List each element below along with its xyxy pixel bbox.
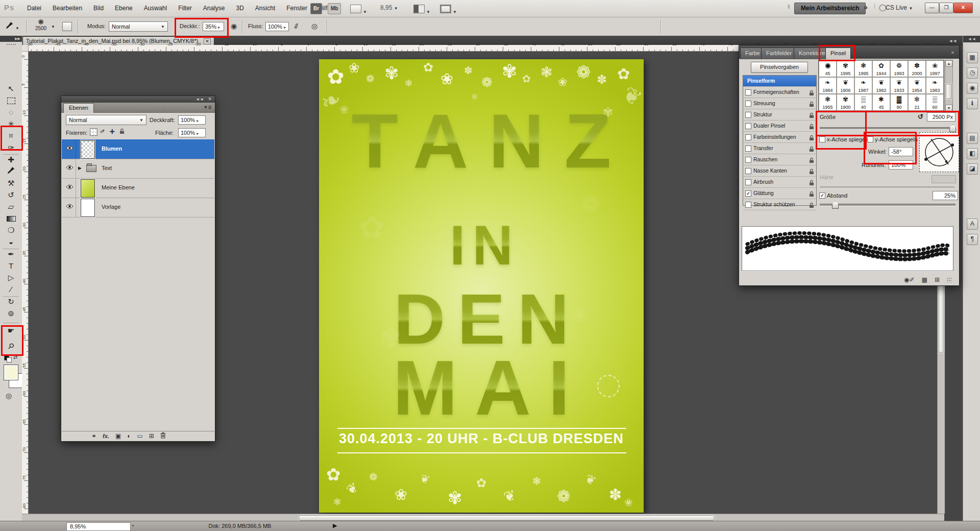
tab-pinsel[interactable]: Pinsel xyxy=(825,47,851,59)
blend-mode-dropdown[interactable]: Normal▼ xyxy=(66,115,146,125)
brush-tip-1900[interactable]: ✾1900 xyxy=(837,94,854,111)
menu-fenster[interactable]: Fenster xyxy=(281,0,313,17)
new-layer-icon[interactable]: ⊞ xyxy=(149,432,154,440)
airbrush-icon[interactable]: ✐ xyxy=(292,21,301,31)
brush-tip-1983[interactable]: ❧1983 xyxy=(926,77,944,94)
arrange-documents-icon[interactable]: ▼ xyxy=(413,5,430,14)
orbit-3d-tool[interactable]: ⊚ xyxy=(4,308,18,319)
minimize-button[interactable]: — xyxy=(925,3,939,13)
layer-thumbnail[interactable] xyxy=(81,140,95,159)
menu-filter[interactable]: Filter xyxy=(173,0,198,17)
brush-tip-90[interactable]: ▓90 xyxy=(890,94,908,111)
cs-live-button[interactable]: CS Live ▼ xyxy=(886,4,913,11)
abstand-checkbox[interactable]: ✓ xyxy=(819,192,825,199)
menu-datei[interactable]: Datei xyxy=(21,0,47,17)
eraser-tool[interactable]: ▱ xyxy=(4,201,18,212)
brush-tip-1933[interactable]: ❦1933 xyxy=(890,77,908,94)
eyedropper-tool[interactable]: ✑ xyxy=(4,142,18,153)
brush-section-dualer-pinsel[interactable]: Dualer Pinsel xyxy=(743,120,816,132)
masks-panel-icon[interactable]: ◪ xyxy=(967,163,978,175)
section-checkbox[interactable] xyxy=(745,146,751,152)
brush-section-airbrush[interactable]: Airbrush xyxy=(743,177,816,188)
type-tool[interactable]: T xyxy=(4,260,18,272)
add-layer-mask-icon[interactable]: ▣ xyxy=(115,432,121,440)
tab-farbfelder[interactable]: Farbfelder xyxy=(761,47,797,59)
section-checkbox[interactable] xyxy=(745,157,751,163)
quick-mask-icon[interactable]: ◎ xyxy=(6,392,12,400)
rotate-3d-tool[interactable]: ↻ xyxy=(4,296,18,307)
lock-position-icon[interactable]: ✛ xyxy=(110,128,115,135)
layer-visibility-icon[interactable] xyxy=(64,159,76,178)
deckkraft-input[interactable]: 100%▸ xyxy=(178,115,206,125)
abstand-input[interactable]: 25% xyxy=(933,191,958,200)
lock-paint-icon[interactable]: ✑ xyxy=(99,127,107,135)
pinselvorgaben-button[interactable]: Pinselvorgaben xyxy=(751,62,808,73)
blur-tool[interactable]: ❍ xyxy=(4,225,18,236)
lock-all-icon[interactable] xyxy=(119,128,125,135)
new-brush-icon[interactable]: ⊞ xyxy=(935,276,940,283)
marquee-tool[interactable] xyxy=(4,95,18,106)
brush-tip-1995[interactable]: ✾1995 xyxy=(837,60,854,77)
y-flip-checkbox[interactable] xyxy=(867,136,873,142)
section-checkbox[interactable] xyxy=(745,112,751,118)
menu-bild[interactable]: Bild xyxy=(88,0,109,17)
brush-section-transfer[interactable]: Transfer xyxy=(743,143,816,154)
brush-tip-1997[interactable]: ❀1997 xyxy=(926,60,944,77)
brush-section-nasse-kanten[interactable]: Nasse Kanten xyxy=(743,165,816,177)
brush-section-formeigenschaften[interactable]: Formeigenschaften xyxy=(743,87,816,98)
brush-section-rauschen[interactable]: Rauschen xyxy=(743,154,816,165)
brush-preset-picker[interactable]: ❋ 2500 xyxy=(32,18,50,31)
horizontal-scrollbar[interactable] xyxy=(22,514,944,521)
preset-manager-icon[interactable]: ▦ xyxy=(922,276,927,283)
menu-3d[interactable]: 3D xyxy=(231,0,250,17)
default-colors-icon[interactable] xyxy=(4,355,11,361)
healing-brush-tool[interactable]: ✚ xyxy=(4,154,18,165)
layer-row-meine-ebene[interactable]: Meine Ebene xyxy=(62,178,214,198)
layer-thumbnail[interactable] xyxy=(81,199,95,217)
layer-row-text[interactable]: ▶Text xyxy=(62,159,214,179)
layers-close-icon[interactable]: ✕ xyxy=(208,96,212,102)
channels-panel-icon[interactable]: ▤ xyxy=(967,133,978,144)
section-checkbox[interactable] xyxy=(745,134,751,140)
dodge-tool[interactable]: ◒ xyxy=(4,236,18,248)
pen-tool[interactable]: ✒ xyxy=(4,249,18,260)
layer-visibility-icon[interactable] xyxy=(64,139,76,159)
brush-tip-21[interactable]: ✻21 xyxy=(908,94,926,111)
tablet-size-icon[interactable]: ◎ xyxy=(311,22,317,30)
delete-layer-icon[interactable] xyxy=(160,432,166,440)
crop-tool[interactable]: ⌗ xyxy=(4,130,18,141)
abstand-slider[interactable] xyxy=(820,204,955,206)
brush-section-struktur[interactable]: Struktur xyxy=(743,109,816,120)
brush-section-struktur-schützen[interactable]: Struktur schützen xyxy=(743,199,816,210)
canvas-document[interactable]: TANZ IN DEN MAI 30.04.2013 - 20 UHR - B-… xyxy=(319,59,644,513)
navigator-panel-icon[interactable]: ▦ xyxy=(967,52,978,63)
brush-grid-scrollbar[interactable]: ▲ ▼ xyxy=(945,60,953,112)
workspace-overflow-chevron[interactable]: » xyxy=(864,3,868,11)
layer-thumbnail[interactable] xyxy=(81,179,95,198)
section-checkbox[interactable] xyxy=(745,89,751,95)
layer-visibility-icon[interactable] xyxy=(64,198,76,217)
fluss-input[interactable]: 100%▸ xyxy=(265,22,289,31)
collapse-panels-icon[interactable]: ◄◄ xyxy=(948,38,957,43)
section-checkbox[interactable] xyxy=(745,179,751,185)
lock-transparency-icon[interactable] xyxy=(90,128,97,136)
menu-ebene[interactable]: Ebene xyxy=(109,0,138,17)
scroll-up-icon[interactable]: ▲ xyxy=(945,60,952,67)
tab-ebenen[interactable]: Ebenen xyxy=(63,103,94,113)
paragraph-panel-icon[interactable]: ¶ xyxy=(967,234,978,245)
brush-tip-1987[interactable]: ❧1987 xyxy=(854,77,872,94)
flaeche-input[interactable]: 100%▸ xyxy=(178,128,206,137)
brush-tool[interactable] xyxy=(4,166,18,177)
section-lock-icon[interactable] xyxy=(809,201,814,212)
layers-panel-titlebar[interactable]: ◄◄ ✕ xyxy=(61,96,215,103)
layer-style-icon[interactable]: fx. xyxy=(103,433,109,439)
close-button[interactable]: ✕ xyxy=(953,3,973,13)
hand-tool[interactable]: ☛ xyxy=(4,325,18,336)
groesse-slider-thumb[interactable] xyxy=(949,125,956,132)
lasso-tool[interactable]: ◌ xyxy=(4,107,18,118)
new-group-icon[interactable]: ▭ xyxy=(137,432,143,440)
menu-ansicht[interactable]: Ansicht xyxy=(250,0,281,17)
brush-section-pinselform[interactable]: Pinselform xyxy=(743,76,816,87)
group-expand-icon[interactable]: ▶ xyxy=(78,165,82,171)
line-tool[interactable]: ∕ xyxy=(4,284,18,295)
